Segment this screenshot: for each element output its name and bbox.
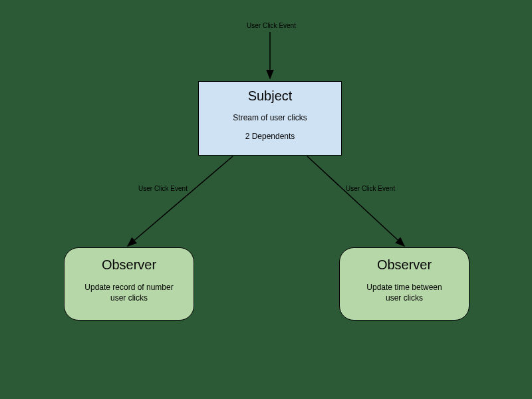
subject-title: Subject — [199, 88, 341, 104]
observer-left-title: Observer — [65, 257, 194, 273]
observer-right-title: Observer — [340, 257, 469, 273]
edge-right-label: User Click Event — [346, 185, 395, 192]
observer-right-desc-1: Update time between — [366, 283, 442, 292]
observer-right-node: Observer Update time between user clicks — [339, 247, 469, 321]
top-event-label: User Click Event — [238, 22, 305, 29]
subject-line-1: Stream of user clicks — [199, 113, 341, 122]
svg-line-2 — [307, 156, 404, 246]
subject-node: Subject Stream of user clicks 2 Dependen… — [198, 81, 342, 156]
edge-left-label: User Click Event — [138, 185, 188, 192]
observer-left-desc-1: Update record of number — [84, 283, 173, 292]
observer-left-desc-2: user clicks — [110, 293, 148, 303]
observer-right-desc: Update time between user clicks — [340, 282, 469, 303]
svg-line-1 — [128, 156, 233, 246]
subject-line-2: 2 Dependents — [199, 132, 341, 141]
observer-left-desc: Update record of number user clicks — [65, 282, 194, 303]
observer-left-node: Observer Update record of number user cl… — [64, 247, 194, 321]
diagram-arrows — [0, 0, 532, 399]
observer-right-desc-2: user clicks — [386, 293, 423, 303]
